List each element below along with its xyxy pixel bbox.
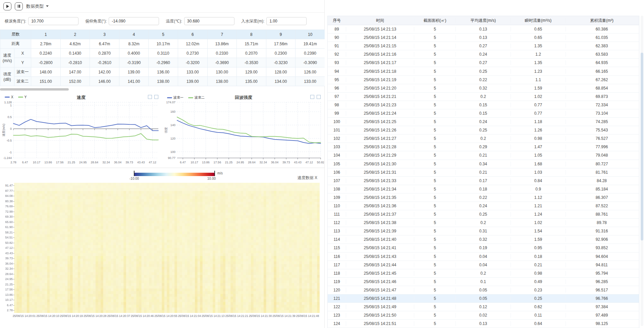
distance-value-cell: 19.41m <box>296 39 325 49</box>
table-row[interactable]: 11425/08/15 14:21:4050.321.5992.906 <box>328 235 639 244</box>
table-row[interactable]: 9425/08/15 14:21:1850.251.2366.165 <box>328 67 639 75</box>
table-cell: 0.13 <box>456 35 511 40</box>
heatmap-y-tick <box>13 264 14 264</box>
row-label-cell: Y <box>14 58 31 67</box>
table-cell: 25/08/15 14:21:36 <box>346 204 414 208</box>
table-cell: 5 <box>414 245 456 250</box>
heatmap-y-tick <box>13 253 14 254</box>
table-cell: 1.02 <box>511 94 566 99</box>
table-row[interactable]: 11625/08/15 14:21:4350.040.1894.604 <box>328 253 639 261</box>
heatmap-y-tick-label: 39.73 <box>0 257 13 260</box>
data-type-dropdown[interactable]: 数据类型 <box>26 3 49 9</box>
table-cell: 25/08/15 14:21:25 <box>346 119 414 124</box>
heatmap-x-tick-label: 25/08/15 14:21:13 <box>202 314 225 318</box>
intensity-beam1-cell: 130.00 <box>207 67 237 77</box>
pitch-angle-input[interactable] <box>109 17 159 25</box>
heatmap-y-tick <box>13 274 14 274</box>
table-cell: 0.18 <box>511 254 566 259</box>
table-row[interactable]: 10325/08/15 14:21:2850.291.4777.996 <box>328 143 639 151</box>
table-row[interactable]: 9825/08/15 14:21:2350.150.7772.334 <box>328 101 639 109</box>
velocity-chart[interactable]: X Y 速度 2.786.4710.1713.8617.5621.2524.95… <box>1 93 162 166</box>
table-row[interactable]: 11025/08/15 14:21:3650.241.2187.522 <box>328 202 639 210</box>
table-cell: 73.104 <box>566 111 638 116</box>
water-depth-input[interactable] <box>266 17 307 25</box>
table-row[interactable]: 12325/08/15 14:21:5050.020.1197.489 <box>328 311 639 320</box>
table-cell: 94.811 <box>566 263 638 267</box>
echo-intensity-chart[interactable]: 波束一 波束二 回波强度 6.4710.1713.8617.5621.2524.… <box>163 93 324 166</box>
table-cell: 5 <box>414 119 456 124</box>
layer-header-cell: 层数 <box>0 30 31 39</box>
pause-button[interactable] <box>15 2 23 10</box>
table-row[interactable]: 9625/08/15 14:21:2050.321.5968.854 <box>328 84 639 93</box>
param-roll-angle: 横滚角度(°): <box>5 17 78 25</box>
column-header-0: 序号 <box>328 18 346 23</box>
table-row[interactable]: 10925/08/15 14:21:3550.221.1286.307 <box>328 194 639 202</box>
svg-text:6.47: 6.47 <box>180 161 186 164</box>
heatmap-y-tick-label: 36.04 <box>0 262 13 265</box>
table-row[interactable]: 10525/08/15 14:21:3050.341.6880.727 <box>328 160 639 168</box>
table-row[interactable]: 8925/08/15 14:21:1350.130.6560.386 <box>328 25 639 34</box>
table-cell: 5 <box>414 128 456 132</box>
table-row[interactable]: 10825/08/15 14:21:3450.180.985.184 <box>328 185 639 194</box>
table-cell: 0.65 <box>511 27 566 32</box>
table-row[interactable]: 10625/08/15 14:21:3150.211.0381.761 <box>328 168 639 177</box>
table-row[interactable]: 11725/08/15 14:21:4450.040.2194.811 <box>328 261 639 269</box>
table-cell: 25/08/15 14:21:29 <box>346 153 414 158</box>
table-row[interactable]: 12225/08/15 14:21:4950.120.6297.384 <box>328 303 639 311</box>
table-row[interactable]: 9525/08/15 14:21:1950.221.167.262 <box>328 76 639 84</box>
layer-number-cell: 2 <box>60 30 90 39</box>
roll-angle-input[interactable] <box>28 17 78 25</box>
heatmap-y-tick <box>13 243 14 243</box>
adcp-monitoring-app: 数据类型 横滚角度(°): 俯仰角度(°): 温度(℃): 入水深度(m): <box>0 0 644 328</box>
table-row[interactable]: 11925/08/15 14:21:4650.10.4996.285 <box>328 278 639 286</box>
heatmap-canvas[interactable] <box>14 183 320 313</box>
table-row[interactable]: 9225/08/15 14:21:1650.241.263.583 <box>328 50 639 59</box>
table-cell: 25/08/15 14:21:28 <box>346 145 414 149</box>
svg-text:-1.244: -1.244 <box>3 156 12 160</box>
table-row[interactable]: 10425/08/15 14:21:2950.211.0579.048 <box>328 151 639 160</box>
table-cell: 0.11 <box>511 313 566 318</box>
row-label-cell: 波束一 <box>14 67 31 77</box>
table-row[interactable]: 9725/08/15 14:21:2150.21.0269.873 <box>328 93 639 101</box>
heatmap-y-tick-label: 32.34 <box>0 267 13 270</box>
table-cell: 0.98 <box>511 136 566 141</box>
table-cell: 92.906 <box>566 237 638 242</box>
table-row[interactable]: 11325/08/15 14:21:3950.311.5491.316 <box>328 227 639 235</box>
table-cell: 0.13 <box>456 321 511 326</box>
layer-number-cell: 8 <box>237 30 266 39</box>
table-row[interactable]: 9125/08/15 14:21:1550.271.3562.383 <box>328 42 639 50</box>
table-cell: 5 <box>414 170 456 175</box>
svg-text:10.17: 10.17 <box>33 161 41 164</box>
table-cell: 103 <box>328 145 346 149</box>
table-row[interactable]: 9925/08/15 14:21:2450.150.7773.104 <box>328 109 639 118</box>
table-row[interactable]: 11825/08/15 14:21:4550.20.9895.794 <box>328 269 639 278</box>
temperature-input[interactable] <box>184 17 234 25</box>
table-row[interactable]: 9025/08/15 14:21:1450.130.6561.035 <box>328 34 639 42</box>
horizontal-scrollbar[interactable] <box>0 88 69 91</box>
table-row[interactable]: 10725/08/15 14:21:3350.170.8484.28 <box>328 177 639 185</box>
table-row[interactable]: 9325/08/15 14:21:1750.271.3564.935 <box>328 59 639 67</box>
intensity-beam2-cell: 146.00 <box>90 77 119 86</box>
play-button[interactable] <box>3 2 11 10</box>
table-row[interactable]: 10025/08/15 14:21:2550.241.1874.285 <box>328 118 639 126</box>
table-row[interactable]: 11525/08/15 14:21:4150.190.9593.852 <box>328 244 639 252</box>
heatmap-x-tick-label: 25/08/15 14:21:04 <box>178 314 201 318</box>
heatmap-y-tick-label: 43.43 <box>0 252 13 255</box>
table-row[interactable]: 12425/08/15 14:21:5150.130.6498.125 <box>328 320 639 328</box>
table-cell: 0.24 <box>456 52 511 57</box>
table-row[interactable]: 12125/08/15 14:21:4850.050.2596.766 <box>328 294 639 303</box>
table-cell: 25/08/15 14:21:14 <box>346 35 414 40</box>
table-row[interactable]: 11125/08/15 14:21:3750.251.2488.761 <box>328 210 639 219</box>
svg-text:6.47: 6.47 <box>22 161 28 164</box>
velocity-heatmap[interactable]: 91.4787.7784.0880.3876.6972.9969.3065.60… <box>0 178 325 328</box>
table-row[interactable]: 10225/08/15 14:21:2750.20.9876.527 <box>328 134 639 143</box>
table-row[interactable]: 12025/08/15 14:21:4750.050.2396.517 <box>328 286 639 294</box>
table-row[interactable]: 11225/08/15 14:21:3850.21.0289.78 <box>328 219 639 227</box>
table-row[interactable]: 10125/08/15 14:21:2650.251.2675.543 <box>328 126 639 134</box>
svg-text:21.25: 21.25 <box>67 161 75 164</box>
table-cell: 0.19 <box>456 245 511 250</box>
table-cell: 0.2 <box>456 220 511 225</box>
vertical-scrollbar[interactable] <box>641 16 643 326</box>
vertical-scrollbar-thumb[interactable] <box>641 53 643 240</box>
table-cell: 80.727 <box>566 162 638 166</box>
